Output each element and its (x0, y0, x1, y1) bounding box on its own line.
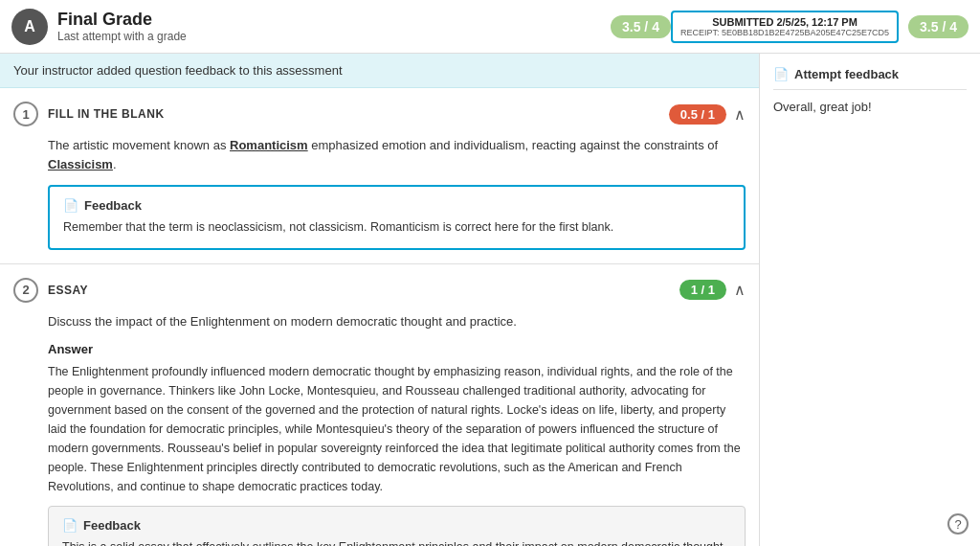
receipt-label: RECEIPT: 5E0BB18D1B2E4725BA205E47C25E7CD… (680, 28, 889, 37)
sidebar-title: Attempt feedback (794, 67, 899, 81)
submitted-box: SUBMITTED 2/5/25, 12:17 PM RECEIPT: 5E0B… (671, 11, 899, 43)
question-1-header-left: 1 FILL IN THE BLANK (13, 102, 165, 126)
question-2-type: ESSAY (48, 284, 88, 297)
header-right: SUBMITTED 2/5/25, 12:17 PM RECEIPT: 5E0B… (671, 11, 969, 43)
question-1-type: FILL IN THE BLANK (48, 107, 165, 121)
header-subtitle: Last attempt with a grade (57, 30, 601, 43)
feedback-banner-text: Your instructor added question feedback … (13, 63, 343, 78)
question-1-feedback-content: Remember that the term is neoclassicism,… (63, 218, 730, 237)
question-2-text: Discuss the impact of the Enlightenment … (13, 312, 746, 331)
submitted-label: SUBMITTED 2/5/25, 12:17 PM (680, 16, 889, 28)
question-2-header: 2 ESSAY 1 / 1 ∧ (13, 278, 746, 303)
question-2-score: 1 / 1 (679, 280, 726, 300)
left-content: Your instructor added question feedback … (0, 54, 760, 546)
header-title-block: Final Grade Last attempt with a grade (57, 10, 601, 43)
question-2-feedback-content: This is a solid essay that effectively o… (62, 538, 731, 546)
question-2-feedback-label: 📄 Feedback (62, 518, 731, 533)
question-2-header-left: 2 ESSAY (13, 278, 88, 303)
question-2-answer-section: Answer The Enlightenment profoundly infl… (13, 342, 746, 496)
question-1-header: 1 FILL IN THE BLANK 0.5 / 1 ∧ (13, 102, 746, 126)
page-title: Final Grade (57, 10, 601, 30)
question-2-number: 2 (13, 278, 38, 303)
question-2-block: 2 ESSAY 1 / 1 ∧ Discuss the impact of th… (0, 264, 759, 546)
sidebar-feedback-text: Overall, great job! (773, 100, 967, 114)
feedback-icon-1: 📄 (63, 198, 78, 213)
sidebar-feedback-icon: 📄 (773, 67, 789, 81)
grade-pill-left: 3.5 / 4 (611, 15, 671, 38)
question-1-chevron-icon[interactable]: ∧ (734, 105, 746, 124)
avatar: A (11, 9, 48, 45)
question-1-feedback-box: 📄 Feedback Remember that the term is neo… (48, 185, 746, 250)
question-1-number: 1 (13, 102, 38, 126)
help-icon[interactable]: ? (947, 513, 969, 535)
grade-pill-right: 3.5 / 4 (908, 15, 969, 38)
question-1-feedback-label: 📄 Feedback (63, 198, 730, 213)
answer-label: Answer (48, 342, 746, 356)
question-1-header-right: 0.5 / 1 ∧ (669, 104, 746, 125)
question-2-chevron-icon[interactable]: ∧ (734, 281, 746, 299)
right-sidebar: 📄 Attempt feedback Overall, great job! ? (760, 54, 980, 546)
sidebar-header: 📄 Attempt feedback (773, 67, 967, 90)
question-2-header-right: 1 / 1 ∧ (679, 280, 746, 300)
feedback-banner: Your instructor added question feedback … (0, 54, 759, 88)
question-1-score: 0.5 / 1 (669, 104, 726, 125)
feedback-label-text-1: Feedback (84, 198, 142, 213)
feedback-label-text-2: Feedback (83, 518, 141, 533)
main-layout: Your instructor added question feedback … (0, 54, 980, 546)
question-1-block: 1 FILL IN THE BLANK 0.5 / 1 ∧ The artist… (0, 88, 759, 264)
question-1-text: The artistic movement known as Romantici… (13, 136, 746, 173)
feedback-icon-2: 📄 (62, 518, 78, 533)
question-2-feedback-box: 📄 Feedback This is a solid essay that ef… (48, 506, 746, 546)
page-header: A Final Grade Last attempt with a grade … (0, 0, 980, 54)
answer-text: The Enlightenment profoundly influenced … (48, 362, 746, 496)
